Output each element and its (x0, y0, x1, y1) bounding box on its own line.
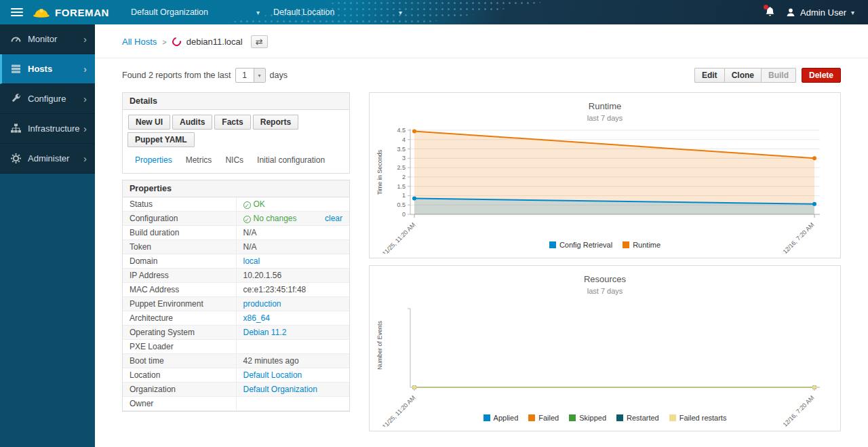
property-label: Location (123, 368, 236, 383)
sidebar-item-infrastructure[interactable]: Infrastructure› (0, 114, 95, 144)
hamburger-menu-icon[interactable] (11, 6, 23, 18)
legend-label: Runtime (633, 241, 660, 249)
property-value: Default Organization (236, 383, 349, 397)
property-value (236, 397, 349, 411)
legend-label: Config Retrieval (559, 241, 612, 249)
chevron-right-icon: › (83, 123, 87, 134)
reports-count-text: Found 2 reports from the last (122, 71, 231, 80)
sidebar-nav: Monitor›Hosts›Configure›Infrastructure›A… (0, 24, 95, 447)
details-tabs: PropertiesMetricsNICsInitial configurati… (123, 152, 349, 173)
legend-item-skipped[interactable]: Skipped (569, 414, 606, 422)
notifications-button[interactable] (765, 6, 775, 19)
edit-button[interactable]: Edit (694, 68, 725, 83)
svg-text:Number of Events: Number of Events (376, 320, 383, 370)
table-row: Status✓OK (123, 197, 349, 212)
legend-swatch (569, 414, 576, 421)
property-value-text: 42 minutes ago (243, 356, 299, 366)
foreman-brand[interactable]: FOREMAN (33, 7, 109, 18)
resources-chart-title: Resources (375, 274, 835, 284)
property-label: Configuration (123, 212, 236, 226)
svg-text:4: 4 (402, 136, 406, 143)
svg-text:3: 3 (402, 155, 406, 161)
details-panel-title: Details (123, 93, 349, 110)
audits-button[interactable]: Audits (172, 115, 212, 130)
runtime-chart-subtitle: last 7 days (375, 114, 835, 122)
svg-text:1: 1 (402, 192, 406, 199)
table-row: Owner (123, 397, 349, 411)
runtime-chart: 00.511.522.533.544.511/25, 11:20 AM12/16… (375, 123, 836, 254)
clone-button[interactable]: Clone (724, 68, 762, 83)
svg-text:1.5: 1.5 (397, 183, 406, 190)
property-value-link[interactable]: production (243, 299, 281, 309)
property-label: Build duration (123, 226, 236, 240)
svg-text:3.5: 3.5 (397, 146, 406, 153)
properties-table: Status✓OKConfiguration✓No changesclearBu… (123, 197, 349, 411)
property-label: Status (123, 197, 236, 212)
runtime-chart-panel: Runtime last 7 days 00.511.522.533.544.5… (369, 92, 841, 258)
property-value-link[interactable]: local (243, 256, 260, 266)
table-row: LocationDefault Location (123, 368, 349, 383)
property-value-link[interactable]: Default Organization (243, 385, 317, 394)
breadcrumb-all-hosts-link[interactable]: All Hosts (122, 37, 157, 47)
top-navbar: FOREMAN Default Organization ▾ Default L… (0, 0, 868, 24)
build-button: Build (761, 68, 796, 83)
clear-link[interactable]: clear (325, 214, 342, 223)
new-ui-button[interactable]: New UI (128, 115, 170, 130)
sidebar-item-monitor[interactable]: Monitor› (0, 24, 95, 54)
chevron-down-icon: ▾ (254, 69, 265, 82)
location-selector-label: Default Location (273, 7, 334, 17)
puppet-yaml-button[interactable]: Puppet YAML (127, 132, 195, 147)
property-value-link[interactable]: Default Location (243, 370, 302, 380)
delete-button[interactable]: Delete (802, 68, 841, 83)
notification-badge (764, 5, 768, 9)
host-switcher-button[interactable]: ⇄ (251, 35, 268, 48)
breadcrumb-separator: > (162, 38, 166, 46)
legend-label: Failed restarts (679, 414, 727, 422)
property-value (236, 340, 349, 354)
debian-os-icon (170, 35, 182, 47)
report-days-select[interactable]: 1 ▾ (235, 68, 266, 83)
table-row: Domainlocal (123, 254, 349, 269)
svg-text:Time in Seconds: Time in Seconds (376, 149, 383, 195)
svg-text:2: 2 (402, 174, 406, 180)
sidebar-item-hosts[interactable]: Hosts› (0, 54, 95, 84)
tab-nics[interactable]: NICs (218, 153, 250, 167)
legend-label: Restarted (627, 414, 659, 422)
property-label: Owner (123, 397, 236, 411)
user-menu[interactable]: Admin User ▾ (786, 7, 854, 18)
reports-button[interactable]: Reports (253, 115, 298, 130)
location-selector[interactable]: Default Location ▾ (267, 0, 409, 24)
legend-item-runtime[interactable]: Runtime (623, 241, 660, 249)
table-row: PXE Loader (123, 340, 349, 354)
property-value: production (236, 297, 349, 311)
property-value: ✓No changesclear (236, 212, 349, 226)
tab-metrics[interactable]: Metrics (179, 153, 219, 167)
main-content: All Hosts > debian11.local ⇄ Found 2 rep… (95, 0, 868, 447)
reports-days-label: days (270, 71, 288, 80)
properties-panel-title: Properties (123, 180, 349, 197)
tab-properties[interactable]: Properties (128, 153, 179, 167)
facts-button[interactable]: Facts (214, 115, 250, 130)
legend-swatch (623, 241, 629, 248)
property-value: Debian 11.2 (236, 326, 349, 340)
host-action-buttons: EditCloneBuildDelete (694, 68, 841, 83)
legend-item-failed-restarts[interactable]: Failed restarts (669, 414, 727, 422)
legend-item-failed[interactable]: Failed (528, 414, 559, 422)
property-value: ce:e1:23:45:1f:48 (236, 283, 349, 297)
server-icon (10, 63, 22, 75)
organization-selector[interactable]: Default Organization ▾ (124, 0, 267, 24)
sidebar-item-configure[interactable]: Configure› (0, 84, 95, 114)
user-name: Admin User (800, 7, 846, 18)
ok-icon: ✓ (243, 216, 251, 223)
sidebar-item-label: Administer (28, 153, 69, 163)
status-text: OK (254, 199, 265, 209)
properties-panel: Properties Status✓OKConfiguration✓No cha… (122, 180, 350, 412)
sidebar-item-administer[interactable]: Administer› (0, 144, 95, 174)
legend-item-restarted[interactable]: Restarted (616, 414, 659, 422)
property-value-link[interactable]: Debian 11.2 (243, 328, 287, 337)
legend-item-applied[interactable]: Applied (484, 414, 519, 422)
legend-item-config-retrieval[interactable]: Config Retrieval (549, 241, 612, 249)
tab-initial-configuration[interactable]: Initial configuration (250, 153, 332, 167)
chevron-down-icon: ▾ (399, 9, 402, 16)
property-value-link[interactable]: x86_64 (243, 313, 270, 323)
